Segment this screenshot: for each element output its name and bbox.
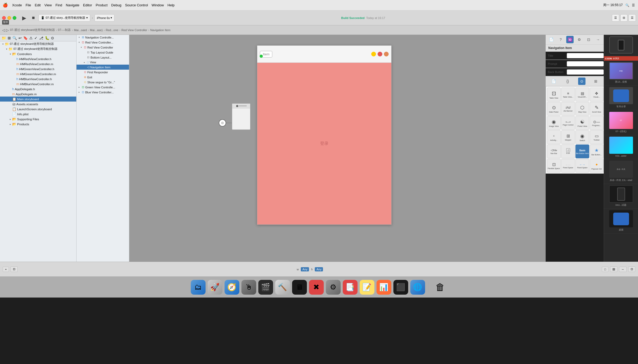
- obj-bar-button-item[interactable]: Item Bar Button Item: [575, 145, 589, 158]
- file-tree-appdelegate-h[interactable]: h AppDelegate.h: [0, 87, 76, 92]
- obj-activity[interactable]: ◦ Activity...: [547, 130, 561, 144]
- inspector-title-input[interactable]: [567, 53, 604, 58]
- nav-controller-preview[interactable]: [232, 103, 250, 130]
- obj-progress-view[interactable]: ⊙— Progress...: [590, 116, 603, 130]
- menu-xcode[interactable]: Xcode: [12, 3, 22, 7]
- folder-icon[interactable]: 📁: [2, 36, 6, 40]
- obj-picker-view[interactable]: ☯ Picker View: [575, 116, 589, 130]
- git-icon[interactable]: ⎇: [39, 36, 43, 40]
- maximize-button[interactable]: [13, 16, 16, 20]
- vh-red-view-ctrl[interactable]: ▾ ⊡ Red View Controller: [77, 45, 129, 50]
- breadcrumb-item-0[interactable]: 07-通过 storyboard使用导航控制器: [10, 28, 55, 32]
- bookmark-icon[interactable]: 🔖: [23, 36, 28, 40]
- vh-red-ctrl-group[interactable]: ▾ ⊡ Red View Controller...: [77, 40, 129, 45]
- thumb-item-5[interactable]: 杀命···件夹 杀命···件夹 ZJL···etail: [604, 159, 638, 184]
- vh-top-layout[interactable]: ⊟ Top Layout Guide: [77, 50, 129, 55]
- dock-notes[interactable]: 📝: [360, 280, 374, 295]
- obj-image-view[interactable]: ◉ Image View: [547, 116, 561, 130]
- dock-tools[interactable]: 🔨: [275, 280, 290, 295]
- any-width-badge[interactable]: Any: [301, 267, 309, 271]
- history-icon[interactable]: ↩: [18, 36, 22, 40]
- device-selector[interactable]: iPhone 6s ▾: [94, 14, 115, 22]
- obj-table-view-cell[interactable]: ≡ Table View...: [561, 88, 575, 101]
- dock-safari[interactable]: 🧭: [225, 280, 239, 295]
- obj-bar-button-star[interactable]: ★ Bar Button...: [590, 145, 603, 158]
- run-button[interactable]: ▶: [20, 14, 28, 22]
- obj-iad-banner[interactable]: iAd iAd Banner: [561, 102, 575, 116]
- obj-date-picker[interactable]: ⊙ Date Picker: [547, 102, 561, 116]
- file-tree-info-plist[interactable]: 📄 Info.plist: [0, 112, 76, 117]
- dock-quicktime[interactable]: 🎬: [258, 280, 273, 295]
- breakpoint-icon[interactable]: ⊙: [51, 36, 54, 40]
- menu-help[interactable]: Help: [168, 3, 175, 7]
- stop-button[interactable]: ■: [30, 14, 37, 22]
- menu-window[interactable]: Window: [152, 3, 164, 7]
- vh-nav-controller[interactable]: ▾ ⊞ Navigation Controlle...: [77, 35, 129, 40]
- warning-icon[interactable]: ⚠: [29, 36, 33, 40]
- file-template-icon[interactable]: 📄: [550, 78, 558, 85]
- menu-file[interactable]: File: [26, 3, 31, 7]
- vh-green-ctrl[interactable]: ▸ ⊡ Green View Controlle...: [77, 85, 129, 90]
- file-inspector-icon[interactable]: 📄: [548, 36, 555, 43]
- minimize-button[interactable]: [7, 16, 11, 20]
- dock-mouse[interactable]: 🖱: [241, 280, 256, 295]
- forward-button[interactable]: ▷: [6, 28, 9, 32]
- thumb-item-1[interactable]: snip 第13...业推: [604, 61, 638, 85]
- any-height-badge[interactable]: Any: [315, 267, 323, 271]
- menu-navigate[interactable]: Navigate: [66, 3, 79, 7]
- vh-blue-ctrl[interactable]: ▸ ⊡ Blue View Controller...: [77, 90, 129, 95]
- search-icon[interactable]: 🔍: [625, 3, 629, 7]
- dock-launchpad[interactable]: 🚀: [208, 280, 222, 295]
- vh-first-responder[interactable]: ⊙ First Responder: [77, 70, 129, 75]
- add-item-button[interactable]: +: [3, 267, 9, 272]
- thumb-item-3[interactable]: 07 07···(优化): [604, 110, 638, 135]
- inspector-prompt-input[interactable]: [567, 61, 604, 66]
- file-tree-products[interactable]: ▸ 📂 Products: [0, 122, 76, 127]
- inspector-toggle[interactable]: ☰: [629, 14, 636, 22]
- apple-menu[interactable]: 🍎: [3, 3, 8, 8]
- breadcrumb-item-5[interactable]: Red View Controller: [121, 28, 147, 32]
- thumb-phone-dark[interactable]: [604, 35, 638, 56]
- obj-stepper[interactable]: ⊞ Stepper: [561, 130, 575, 144]
- file-tree-hmred-m[interactable]: m HMRedViewController.m: [0, 61, 76, 66]
- obj-flexible-space[interactable]: ⊡ Flexible Space: [547, 159, 561, 173]
- breadcrumb-item-1[interactable]: 07----制器: [58, 28, 71, 32]
- layout-btn-1[interactable]: □: [602, 267, 608, 272]
- canvas-area[interactable]: ⊙ ▷ Item: [129, 35, 546, 262]
- dock-trash[interactable]: 🗑: [433, 280, 447, 295]
- navigator-toggle[interactable]: ☰: [612, 14, 619, 22]
- dock-terminal2[interactable]: ⬛: [393, 280, 408, 295]
- file-tree-hmblue-m[interactable]: m HMBlueViewController.m: [0, 82, 76, 87]
- scheme-selector[interactable]: 📱 07-通过 story...使用导航控制器 ▾: [39, 14, 90, 22]
- connections-inspector-icon[interactable]: →: [594, 36, 602, 43]
- dock-browser[interactable]: 🌐: [410, 280, 425, 295]
- file-tree-supporting[interactable]: ▸ 📂 Supporting Files: [0, 117, 76, 122]
- menu-product[interactable]: Product: [96, 3, 108, 7]
- obj-map-view[interactable]: ⬡ Map View: [575, 102, 589, 116]
- layout-btn-2[interactable]: ▤: [610, 266, 617, 272]
- attributes-inspector-icon[interactable]: ⚙: [576, 36, 583, 43]
- debug-view-button[interactable]: ⊡: [11, 266, 18, 272]
- file-tree-hmgreen-h[interactable]: h HMGreenViewController.h: [0, 66, 76, 71]
- file-tree-launchscreen[interactable]: 📋 LaunchScreen.storyboard: [0, 107, 76, 112]
- inspector-back-input[interactable]: [567, 69, 604, 75]
- fit-btn[interactable]: ⊡: [628, 266, 635, 272]
- obj-fixed-space[interactable]: - - - Fixed Space: [561, 159, 575, 173]
- file-tree-controllers[interactable]: ▾ 📂 Controllers: [0, 51, 76, 56]
- obj-visual-effect[interactable]: ▤ Visual Eff...: [575, 88, 589, 101]
- dock-terminal[interactable]: 🖥: [292, 280, 307, 295]
- obj-page-control[interactable]: •—• Page Control: [561, 116, 575, 130]
- file-tree-main-storyboard[interactable]: 📋 Main.storyboard: [0, 97, 76, 102]
- obj-switch[interactable]: ◉ Switch: [575, 130, 589, 144]
- obj-popover[interactable]: 🔸 Popover Ctrl: [590, 159, 603, 173]
- obj-nav-back[interactable]: ◁Title Nav Bar: [547, 145, 561, 158]
- menu-view[interactable]: View: [44, 3, 52, 7]
- obj-scroll-view[interactable]: ✎ Scroll View: [590, 102, 603, 116]
- dock-finder[interactable]: 🗂: [191, 280, 206, 295]
- vh-show-segue[interactable]: ⊙ Show segue to "Gr...": [77, 80, 129, 85]
- menu-debug[interactable]: Debug: [111, 3, 121, 7]
- back-button[interactable]: ◁: [2, 28, 5, 32]
- dock-settings[interactable]: ⚙: [326, 280, 341, 295]
- thumb-folder2[interactable]: 桌面: [604, 209, 638, 233]
- identity-inspector-icon[interactable]: 🆔: [566, 36, 574, 43]
